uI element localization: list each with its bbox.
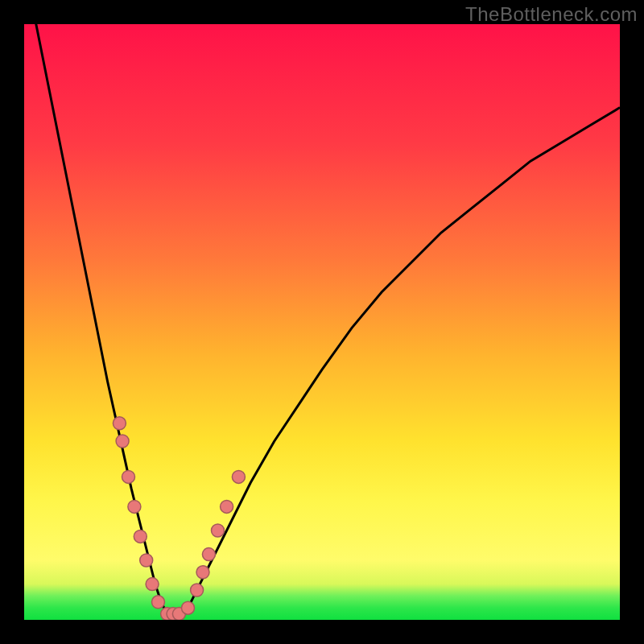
- marker-point: [146, 578, 159, 591]
- marker-point: [232, 470, 245, 483]
- curve-line: [24, 24, 620, 620]
- marker-point: [116, 435, 129, 448]
- marker-point: [182, 601, 195, 614]
- plot-area: [24, 24, 620, 620]
- sample-markers: [113, 417, 245, 620]
- marker-point: [122, 470, 135, 483]
- marker-point: [134, 530, 147, 543]
- chart-frame: TheBottleneck.com: [0, 0, 644, 644]
- marker-point: [140, 554, 153, 567]
- bottleneck-curve: [24, 24, 620, 620]
- attribution-text: TheBottleneck.com: [465, 3, 638, 26]
- marker-point: [212, 524, 225, 537]
- marker-point: [202, 548, 215, 561]
- marker-point: [128, 500, 141, 513]
- marker-point: [221, 500, 233, 513]
- marker-point: [196, 566, 209, 579]
- marker-point: [191, 584, 204, 597]
- marker-point: [113, 417, 126, 430]
- marker-point: [152, 596, 165, 609]
